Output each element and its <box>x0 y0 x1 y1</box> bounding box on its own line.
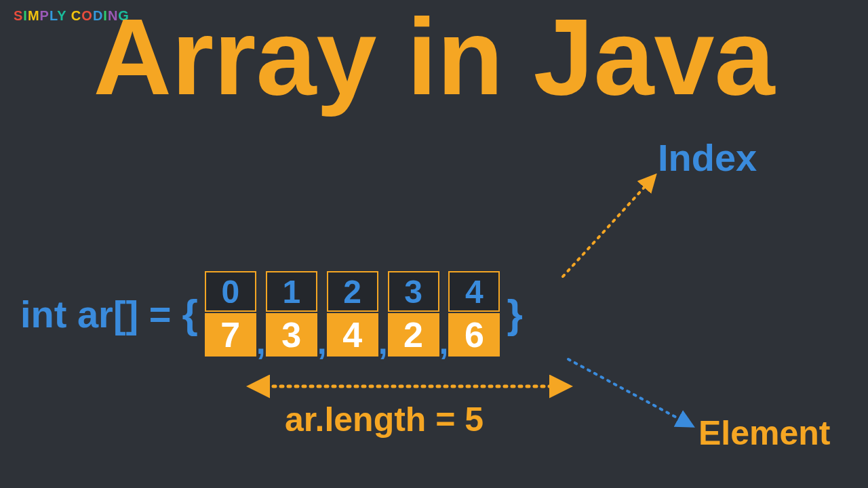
brace-close: } <box>507 291 522 338</box>
value-box: 4 <box>327 313 378 357</box>
page-title: Array in Java <box>0 0 868 114</box>
element-label: Element <box>698 413 831 453</box>
value-box: 2 <box>388 313 439 357</box>
length-label: ar.length = 5 <box>285 400 484 439</box>
array-declaration: int ar[] = { 0 7 , 1 3 , 2 4 , 3 2 , 4 6… <box>20 271 527 357</box>
array-cells: 0 7 , 1 3 , 2 4 , 3 2 , 4 6 <box>202 271 503 357</box>
arrow-to-index <box>563 176 654 277</box>
decl-prefix: int ar[] = <box>20 292 171 336</box>
brace-open: { <box>182 291 197 338</box>
arrow-to-element <box>568 359 692 426</box>
index-box: 4 <box>448 271 500 312</box>
index-box: 0 <box>205 271 256 312</box>
index-box: 3 <box>388 271 439 312</box>
index-label: Index <box>658 136 757 180</box>
value-box: 6 <box>448 313 500 357</box>
value-box: 3 <box>266 313 317 357</box>
value-box: 7 <box>205 313 256 357</box>
index-box: 2 <box>327 271 378 312</box>
index-box: 1 <box>266 271 317 312</box>
